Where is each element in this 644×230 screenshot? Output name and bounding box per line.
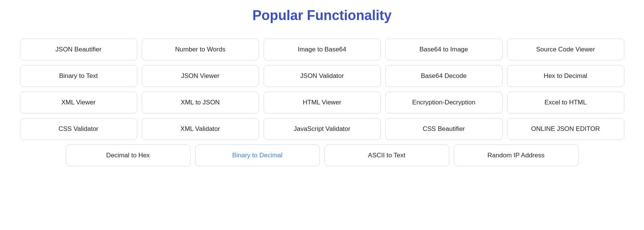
- grid-row-4: CSS ValidatorXML ValidatorJavaScript Val…: [15, 118, 629, 140]
- tile-decimal-to-hex[interactable]: Decimal to Hex: [66, 145, 191, 166]
- tile-random-ip-address[interactable]: Random IP Address: [454, 145, 579, 166]
- functionality-grid: JSON BeautifierNumber to WordsImage to B…: [15, 39, 629, 166]
- tile-json-validator[interactable]: JSON Validator: [264, 65, 381, 87]
- tile-css-validator[interactable]: CSS Validator: [20, 118, 137, 140]
- tile-javascript-validator[interactable]: JavaScript Validator: [264, 118, 381, 140]
- tile-xml-to-json[interactable]: XML to JSON: [142, 92, 259, 113]
- grid-row-3: XML ViewerXML to JSONHTML ViewerEncrypti…: [15, 92, 629, 113]
- tile-json-beautifier[interactable]: JSON Beautifier: [20, 39, 137, 61]
- tile-binary-to-decimal[interactable]: Binary to Decimal: [195, 145, 320, 166]
- tile-ascii-to-text[interactable]: ASCII to Text: [324, 145, 449, 166]
- tile-hex-to-decimal[interactable]: Hex to Decimal: [507, 65, 624, 87]
- tile-encryption-decryption[interactable]: Encryption-Decryption: [385, 92, 503, 113]
- tile-source-code-viewer[interactable]: Source Code Viewer: [507, 39, 624, 61]
- page-title: Popular Functionality: [252, 8, 391, 23]
- tile-binary-to-text[interactable]: Binary to Text: [20, 65, 137, 87]
- tile-base64-to-image[interactable]: Base64 to Image: [385, 39, 503, 61]
- tile-xml-validator[interactable]: XML Validator: [142, 118, 259, 140]
- tile-number-to-words[interactable]: Number to Words: [142, 39, 259, 61]
- tile-base64-decode[interactable]: Base64 Decode: [385, 65, 503, 87]
- grid-row-2: Binary to TextJSON ViewerJSON ValidatorB…: [15, 65, 629, 87]
- tile-online-json-editor[interactable]: ONLINE JSON EDITOR: [507, 118, 624, 140]
- grid-row-1: JSON BeautifierNumber to WordsImage to B…: [15, 39, 629, 61]
- grid-row-5: Decimal to HexBinary to DecimalASCII to …: [15, 145, 629, 166]
- tile-image-to-base64[interactable]: Image to Base64: [264, 39, 381, 61]
- tile-xml-viewer[interactable]: XML Viewer: [20, 92, 137, 113]
- tile-html-viewer[interactable]: HTML Viewer: [264, 92, 381, 113]
- tile-json-viewer[interactable]: JSON Viewer: [142, 65, 259, 87]
- tile-excel-to-html[interactable]: Excel to HTML: [507, 92, 624, 113]
- tile-css-beautifier[interactable]: CSS Beautifier: [385, 118, 503, 140]
